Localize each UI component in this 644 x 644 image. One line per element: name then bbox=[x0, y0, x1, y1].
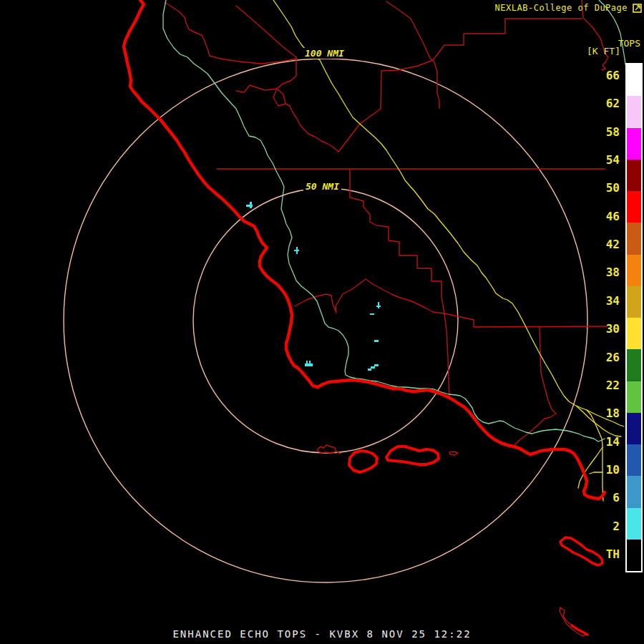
highway-yellow bbox=[273, 0, 624, 501]
scale-label: 46 bbox=[590, 210, 620, 223]
highway-green-us101 bbox=[163, 0, 625, 441]
radar-echo bbox=[368, 369, 371, 371]
scale-segment bbox=[627, 540, 641, 571]
island-santa-rosa bbox=[349, 451, 377, 472]
radar-echo bbox=[378, 302, 379, 308]
scale-label: 62 bbox=[590, 97, 620, 110]
radar-echo bbox=[376, 306, 381, 307]
scale-label: 30 bbox=[590, 323, 620, 336]
radar-app: { "header": { "attribution": "NEXLAB-Col… bbox=[0, 0, 644, 644]
scale-label: 2 bbox=[590, 520, 620, 533]
scale-segment bbox=[627, 128, 641, 160]
range-ring-label-100nmi: 100 NMI bbox=[303, 48, 346, 59]
scale-segment bbox=[627, 286, 641, 318]
scale-segment bbox=[627, 191, 641, 223]
product-caption: ENHANCED ECHO TOPS - KVBX 8 NOV 25 12:22 bbox=[0, 628, 644, 640]
radar-echo bbox=[374, 340, 379, 342]
scale-title: TOPS bbox=[618, 38, 640, 49]
scale-segment bbox=[627, 223, 641, 254]
scale-label: 34 bbox=[590, 295, 620, 308]
radar-echo bbox=[306, 361, 308, 364]
scale-label: 26 bbox=[590, 351, 620, 364]
external-link-icon[interactable] bbox=[633, 4, 642, 13]
scale-segment bbox=[627, 255, 641, 286]
scale-label: 6 bbox=[590, 492, 620, 504]
coastline bbox=[124, 0, 605, 499]
scale-segment bbox=[627, 476, 641, 507]
range-ring-100nmi bbox=[64, 59, 587, 582]
scale-segment bbox=[627, 349, 641, 381]
radar-echoes bbox=[246, 202, 381, 371]
scale-label: 54 bbox=[590, 154, 620, 167]
range-ring-label-50nmi: 50 NMI bbox=[303, 181, 341, 192]
range-rings bbox=[64, 59, 587, 582]
scale-unit: [K FT] bbox=[587, 46, 620, 57]
radar-echo bbox=[250, 202, 252, 208]
scale-label: 50 bbox=[590, 182, 620, 195]
scale-segment bbox=[627, 318, 641, 349]
radar-echo bbox=[309, 361, 311, 364]
scale-label: 10 bbox=[590, 464, 620, 477]
range-ring-50nmi bbox=[193, 188, 458, 453]
radar-map bbox=[0, 0, 644, 644]
channel-islands bbox=[349, 447, 602, 635]
scale-label: 42 bbox=[590, 238, 620, 251]
island-santa-cruz bbox=[386, 447, 439, 464]
scale-label: 58 bbox=[590, 126, 620, 139]
scale-label: 14 bbox=[590, 436, 620, 449]
scale-label: 22 bbox=[590, 379, 620, 392]
scale-label: 18 bbox=[590, 407, 620, 420]
radar-echo bbox=[374, 364, 379, 366]
radar-echo bbox=[305, 364, 313, 366]
scale-label: 66 bbox=[590, 69, 620, 82]
radar-echo bbox=[371, 366, 375, 369]
scale-label: 38 bbox=[590, 266, 620, 279]
scale-segment bbox=[627, 64, 641, 96]
scale-segment bbox=[627, 508, 641, 540]
radar-echo bbox=[370, 313, 374, 315]
scale-segment bbox=[627, 444, 641, 476]
attribution-title: NEXLAB-College of DuPage bbox=[495, 3, 628, 13]
radar-echo bbox=[294, 250, 299, 251]
scale-segment bbox=[627, 96, 641, 127]
scale-segment bbox=[627, 160, 641, 191]
colorbar-segments bbox=[625, 63, 643, 572]
scale-segment bbox=[627, 413, 641, 444]
county-boundaries bbox=[165, 0, 608, 636]
scale-segment bbox=[627, 381, 641, 413]
scale-label: TH bbox=[590, 548, 620, 561]
